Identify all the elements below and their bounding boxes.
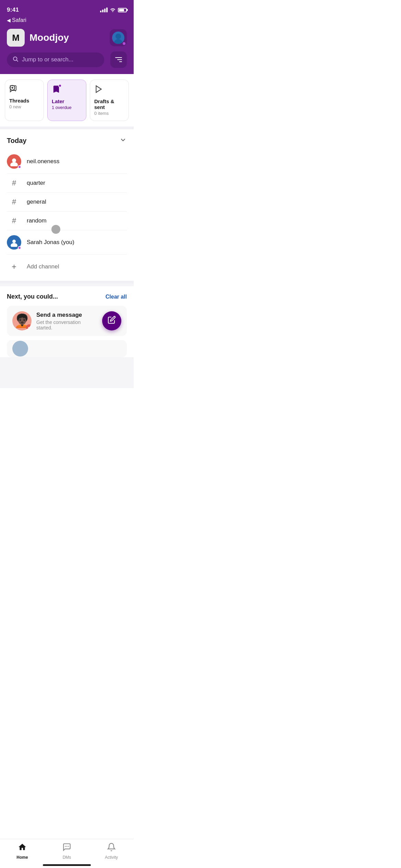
status-icons — [100, 7, 127, 13]
drafts-card-title: Drafts & sent — [94, 98, 124, 110]
header-top-row: M Moodjoy — [7, 29, 127, 47]
main-content: Threads 0 new Later 1 overdue Drafts & s… — [0, 74, 134, 388]
online-status-dot — [122, 41, 126, 46]
threads-card-subtitle: 0 new — [9, 104, 39, 109]
dm-avatar-neil — [7, 154, 21, 169]
today-header: Today — [7, 129, 127, 149]
list-item-general[interactable]: # general — [7, 193, 127, 212]
svg-point-7 — [11, 243, 17, 247]
drafts-card[interactable]: Drafts & sent 0 items — [90, 80, 129, 121]
header-left: M Moodjoy — [7, 29, 69, 47]
drafts-card-icon — [94, 85, 103, 96]
self-status-dot — [18, 246, 21, 250]
safari-back-label: Safari — [12, 17, 26, 23]
suggestion-text: Send a message Get the conversation star… — [36, 312, 97, 330]
svg-line-1 — [16, 60, 18, 61]
avatar-body-shape — [114, 39, 123, 44]
next-section: Next, you could... Clear all 🧑🏿‍🦱 Send a… — [0, 286, 134, 357]
filter-icon — [115, 57, 122, 62]
today-title: Today — [7, 137, 26, 145]
later-card[interactable]: Later 1 overdue — [47, 80, 86, 121]
item-label-sarah: Sarah Jonas (you) — [27, 239, 74, 246]
safari-back-bar: ◀ Safari — [0, 17, 134, 25]
wifi-icon — [110, 7, 116, 13]
search-row: Jump to or search... — [7, 51, 127, 68]
filter-button[interactable] — [110, 51, 127, 68]
list-item-neil[interactable]: neil.oneness — [7, 149, 127, 174]
channel-hash-icon: # — [7, 179, 21, 188]
compose-icon — [108, 316, 116, 326]
quick-cards-row: Threads 0 new Later 1 overdue Drafts & s… — [0, 74, 134, 126]
drafts-card-subtitle: 0 items — [94, 111, 124, 116]
suggestion-send-message[interactable]: 🧑🏿‍🦱 Send a message Get the conversation… — [7, 306, 127, 336]
item-label-general: general — [27, 198, 46, 205]
partial-suggestion-card[interactable] — [7, 340, 127, 357]
item-label-random: random — [27, 217, 47, 224]
list-item-quarter[interactable]: # quarter — [7, 174, 127, 193]
status-bar: 9:41 — [0, 0, 134, 17]
list-item-random[interactable]: # random — [7, 212, 127, 230]
threads-card-title: Threads — [9, 98, 39, 104]
app-header: M Moodjoy Jump to or search... — [0, 25, 134, 74]
battery-icon — [118, 8, 127, 12]
clear-all-button[interactable]: Clear all — [106, 294, 127, 300]
add-channel-button[interactable]: + Add channel — [7, 255, 127, 281]
later-card-title: Later — [52, 98, 82, 104]
self-avatar — [7, 235, 21, 250]
svg-point-6 — [12, 240, 16, 243]
back-arrow-icon: ◀ — [7, 17, 11, 23]
search-bar[interactable]: Jump to or search... — [7, 52, 104, 67]
svg-point-8 — [28, 327, 29, 328]
list-item-sarah[interactable]: Sarah Jonas (you) — [7, 230, 127, 255]
signal-bars-icon — [100, 8, 108, 12]
add-channel-label: Add channel — [27, 263, 59, 270]
svg-point-4 — [12, 158, 16, 162]
svg-point-0 — [13, 57, 17, 61]
section-divider — [0, 126, 134, 129]
today-collapse-button[interactable] — [119, 136, 127, 145]
app-logo: M — [7, 29, 25, 47]
channel-hash-icon-general: # — [7, 197, 21, 206]
svg-point-5 — [10, 162, 18, 166]
search-icon — [12, 56, 19, 64]
item-label-quarter: quarter — [27, 180, 45, 186]
next-title: Next, you could... — [7, 293, 58, 300]
suggestion-avatar: 🧑🏿‍🦱 — [12, 311, 32, 330]
add-channel-icon: + — [7, 260, 21, 274]
svg-marker-3 — [96, 86, 101, 93]
channel-hash-icon-random: # — [7, 216, 21, 225]
later-card-icon — [52, 85, 61, 96]
partial-suggestion-avatar — [12, 341, 28, 357]
suggestion-title: Send a message — [36, 312, 97, 318]
search-placeholder: Jump to or search... — [22, 56, 73, 63]
safari-back-button[interactable]: ◀ Safari — [7, 17, 26, 23]
suggestion-subtitle: Get the conversation started. — [36, 320, 97, 330]
next-header: Next, you could... Clear all — [7, 293, 127, 300]
threads-card[interactable]: Threads 0 new — [5, 80, 44, 121]
dm-online-dot — [18, 165, 21, 169]
svg-point-9 — [29, 327, 30, 328]
status-time: 9:41 — [7, 7, 19, 13]
later-card-subtitle: 1 overdue — [52, 105, 82, 110]
compose-button[interactable] — [102, 311, 121, 330]
avatar-head — [116, 34, 121, 39]
threads-card-icon — [9, 85, 17, 95]
item-label-neil: neil.oneness — [27, 158, 59, 165]
drag-handle — [51, 225, 60, 234]
user-avatar-button[interactable] — [110, 29, 127, 46]
section-divider-2 — [0, 281, 134, 284]
app-name: Moodjoy — [29, 32, 69, 43]
chat-bubble-badge-icon — [26, 324, 32, 330]
today-section: Today neil.oneness # quarter — [0, 129, 134, 281]
